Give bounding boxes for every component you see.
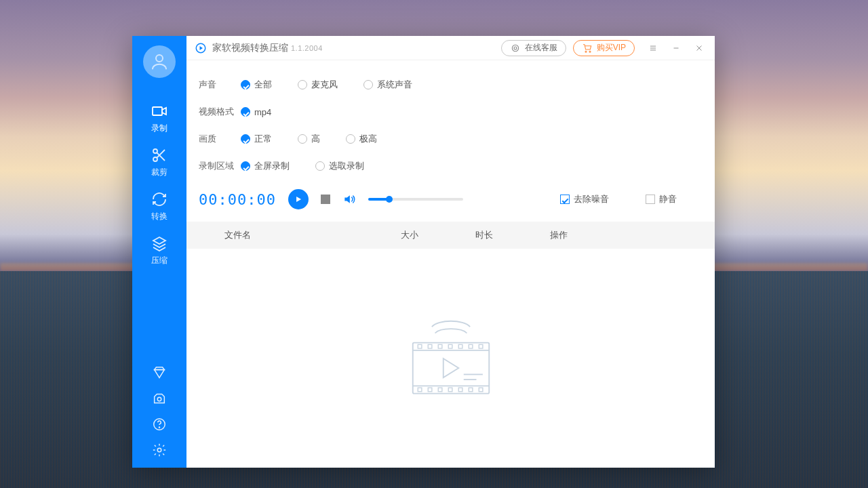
row-label: 录制区域 xyxy=(199,160,241,172)
row-format: 视频格式 mp4 xyxy=(199,98,703,125)
denoise-checkbox[interactable]: 去除噪音 xyxy=(560,193,609,205)
settings-panel: 声音 全部 麦克风 系统声音 视频格式 mp4 画质 正常 高 极高 录制区域 … xyxy=(186,60,715,182)
opt-quality-high[interactable]: 高 xyxy=(298,133,320,145)
nav-label: 压缩 xyxy=(151,255,167,266)
user-icon xyxy=(149,52,170,72)
svg-point-3 xyxy=(153,157,157,161)
svg-rect-27 xyxy=(458,388,462,392)
titlebar: 家软视频转换压缩 1.1.2004 在线客服 购买VIP xyxy=(186,36,715,60)
opt-quality-normal[interactable]: 正常 xyxy=(241,133,272,145)
col-filename: 文件名 xyxy=(224,229,401,241)
row-quality: 画质 正常 高 极高 xyxy=(199,125,703,152)
mute-checkbox[interactable]: 静音 xyxy=(646,193,677,205)
nav-label: 录制 xyxy=(151,123,167,134)
svg-point-4 xyxy=(157,397,161,401)
col-duration: 时长 xyxy=(475,229,550,241)
svg-rect-28 xyxy=(469,388,473,392)
play-button[interactable] xyxy=(288,189,309,209)
gear-icon[interactable] xyxy=(151,442,167,458)
svg-rect-21 xyxy=(469,344,473,348)
stop-button[interactable] xyxy=(321,195,330,204)
scissors-icon xyxy=(151,146,168,164)
sidebar: 录制 裁剪 转换 压缩 xyxy=(132,36,186,468)
svg-point-6 xyxy=(159,427,159,428)
svg-rect-25 xyxy=(438,388,442,392)
refresh-icon xyxy=(151,190,168,208)
svg-rect-29 xyxy=(479,388,483,392)
opt-sound-system[interactable]: 系统声音 xyxy=(363,79,412,91)
row-label: 视频格式 xyxy=(199,106,241,118)
minimize-button[interactable] xyxy=(665,37,688,59)
svg-point-10 xyxy=(514,47,517,49)
row-sound: 声音 全部 麦克风 系统声音 xyxy=(199,71,703,98)
timer-display: 00:00:00 xyxy=(199,191,276,208)
svg-rect-23 xyxy=(418,388,422,392)
svg-rect-16 xyxy=(418,344,422,348)
main-panel: 家软视频转换压缩 1.1.2004 在线客服 购买VIP 声音 全部 麦克风 系… xyxy=(186,36,715,468)
svg-point-0 xyxy=(156,55,163,62)
svg-rect-22 xyxy=(479,344,483,348)
volume-slider[interactable] xyxy=(368,198,463,201)
sidebar-bottom xyxy=(151,365,167,468)
cart-icon xyxy=(582,43,593,54)
nav-label: 裁剪 xyxy=(151,167,167,178)
row-label: 声音 xyxy=(199,79,241,91)
opt-format-mp4[interactable]: mp4 xyxy=(241,107,271,117)
sidebar-item-compress[interactable]: 压缩 xyxy=(132,228,186,272)
online-service-button[interactable]: 在线客服 xyxy=(501,40,566,56)
svg-point-7 xyxy=(157,448,161,452)
sidebar-item-cut[interactable]: 裁剪 xyxy=(132,140,186,184)
svg-point-2 xyxy=(153,149,157,153)
avatar[interactable] xyxy=(143,45,176,78)
svg-rect-20 xyxy=(458,344,462,348)
layers-icon xyxy=(151,235,168,252)
svg-rect-18 xyxy=(438,344,442,348)
logo-icon xyxy=(195,41,208,55)
svg-rect-19 xyxy=(448,344,452,348)
buy-vip-button[interactable]: 购买VIP xyxy=(573,40,635,56)
diamond-icon[interactable] xyxy=(151,365,167,381)
opt-area-select[interactable]: 选取录制 xyxy=(315,160,364,172)
help-icon[interactable] xyxy=(151,416,167,432)
nav-label: 转换 xyxy=(151,211,167,222)
svg-rect-24 xyxy=(428,388,432,392)
app-title: 家软视频转换压缩 xyxy=(212,42,288,54)
video-icon xyxy=(151,102,168,120)
empty-video-icon xyxy=(400,308,502,409)
svg-point-11 xyxy=(585,51,587,52)
headset-icon xyxy=(510,43,521,54)
opt-area-fullscreen[interactable]: 全屏录制 xyxy=(241,160,290,172)
col-size: 大小 xyxy=(401,229,475,241)
col-action: 操作 xyxy=(550,229,568,241)
svg-rect-1 xyxy=(153,107,162,115)
table-header: 文件名 大小 时长 操作 xyxy=(186,222,715,249)
volume-icon[interactable] xyxy=(342,192,356,206)
svg-rect-17 xyxy=(428,344,432,348)
controls-bar: 00:00:00 去除噪音 静音 xyxy=(186,182,715,222)
app-window: 录制 裁剪 转换 压缩 xyxy=(132,36,715,468)
button-label: 在线客服 xyxy=(525,42,557,54)
button-label: 购买VIP xyxy=(597,42,626,54)
svg-point-9 xyxy=(512,45,518,51)
opt-sound-mic[interactable]: 麦克风 xyxy=(298,79,338,91)
empty-state xyxy=(186,249,715,468)
row-label: 画质 xyxy=(199,133,241,145)
app-version: 1.1.2004 xyxy=(291,44,323,52)
image-icon[interactable] xyxy=(151,390,167,407)
row-area: 录制区域 全屏录制 选取录制 xyxy=(199,152,703,180)
sidebar-item-record[interactable]: 录制 xyxy=(132,96,186,140)
menu-button[interactable] xyxy=(642,37,665,59)
opt-sound-all[interactable]: 全部 xyxy=(241,79,272,91)
close-button[interactable] xyxy=(688,37,711,59)
sidebar-item-convert[interactable]: 转换 xyxy=(132,184,186,228)
svg-point-12 xyxy=(589,51,591,52)
opt-quality-ultra[interactable]: 极高 xyxy=(346,133,377,145)
svg-rect-26 xyxy=(448,388,452,392)
